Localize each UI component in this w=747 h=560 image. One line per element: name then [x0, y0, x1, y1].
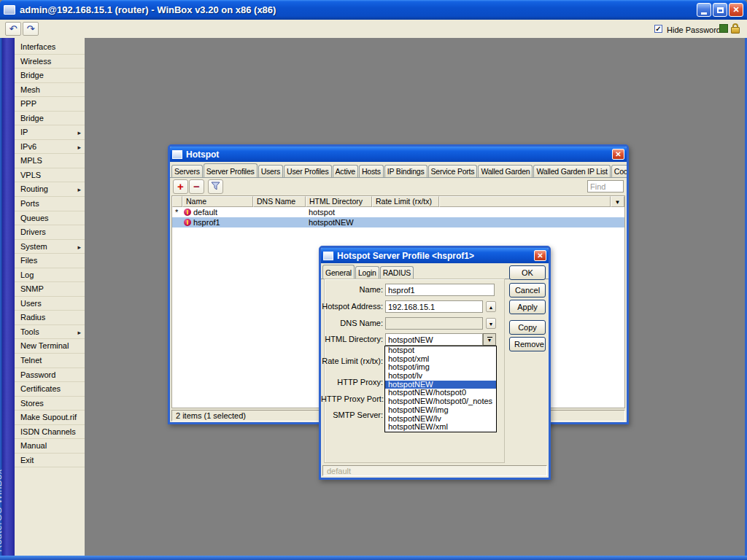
dialog-tab[interactable]: Login — [355, 266, 379, 279]
sidebar-item[interactable]: IP — [15, 125, 85, 140]
dialog-button[interactable]: Copy — [509, 320, 546, 335]
hotspot-tab[interactable]: Walled Garden — [478, 165, 533, 177]
sidebar-item[interactable]: Stores — [15, 397, 85, 411]
sidebar-item[interactable]: Certificates — [15, 382, 85, 397]
dropdown-option[interactable]: hotspot — [385, 346, 496, 355]
column-options-button[interactable] — [611, 196, 624, 207]
submenu-arrow-icon — [77, 327, 81, 336]
dropdown-toggle-button[interactable] — [483, 333, 496, 346]
dialog-tab[interactable]: General — [322, 265, 355, 279]
hotspot-tab[interactable]: Active — [333, 165, 358, 177]
dialog-button[interactable]: OK — [509, 265, 546, 280]
sidebar-item[interactable]: System — [15, 240, 85, 254]
sidebar-item[interactable]: Tools — [15, 325, 85, 340]
dropdown-option[interactable]: hotspotNEW/img — [385, 406, 496, 415]
sidebar-item[interactable]: Users — [15, 297, 85, 311]
table-row[interactable]: hsprof1 hotspotNEW — [172, 217, 624, 228]
hotspot-tab[interactable]: Hosts — [359, 165, 384, 177]
sidebar-item[interactable]: Interfaces — [15, 40, 85, 55]
dropdown-option[interactable]: hotspot/lv — [385, 372, 496, 381]
window-icon — [323, 252, 333, 260]
find-input[interactable] — [587, 180, 624, 192]
sidebar-item[interactable]: MPLS — [15, 154, 85, 168]
dropdown-option[interactable]: hotspotNEW — [385, 381, 496, 389]
dropdown-option[interactable]: hotspotNEW/xml — [385, 423, 496, 432]
hotspot-tab[interactable]: Walled Garden IP List — [533, 165, 610, 177]
sidebar-item[interactable]: Ports — [15, 197, 85, 211]
dropdown-option[interactable]: hotspotNEW/hotspot0 — [385, 389, 496, 397]
sidebar-item[interactable]: Drivers — [15, 225, 85, 240]
hotspot-tab[interactable]: User Profiles — [284, 165, 332, 177]
sidebar-item[interactable]: Mesh — [15, 83, 85, 98]
dialog-titlebar[interactable]: Hotspot Server Profile <hsprof1> — [321, 248, 549, 263]
hotspot-tab[interactable]: Service Ports — [428, 165, 478, 177]
dialog-button[interactable]: Remove — [509, 337, 546, 351]
close-button[interactable] — [729, 3, 743, 17]
dropdown-option[interactable]: hotspotNEW/lv — [385, 415, 496, 424]
sidebar-item[interactable]: Exit — [15, 454, 85, 468]
column-header-html-directory[interactable]: HTML Directory — [306, 196, 372, 207]
sidebar-item[interactable]: Password — [15, 368, 85, 383]
sidebar-item[interactable]: Queues — [15, 211, 85, 226]
maximize-button[interactable] — [713, 3, 727, 17]
hotspot-tab[interactable]: Users — [258, 165, 283, 177]
dropdown-option[interactable]: hotspotNEW/hotspot0/_notes — [385, 397, 496, 406]
column-header-rate-limit[interactable]: Rate Limit (rx/tx) — [372, 196, 439, 207]
row-html-directory: hotspotNEW — [306, 217, 372, 228]
dropdown-option[interactable]: hotspot/xml — [385, 355, 496, 364]
sidebar-item[interactable]: PPP — [15, 97, 85, 112]
hotspot-tab[interactable]: Cookies — [611, 165, 627, 177]
lock-body — [731, 27, 740, 34]
sidebar-item[interactable]: Wireless — [15, 55, 85, 69]
sidebar-item[interactable]: Telnet — [15, 354, 85, 368]
dialog-button[interactable]: Cancel — [509, 283, 546, 298]
table-row[interactable]: * default hotspot — [172, 207, 624, 217]
hotspot-close-button[interactable] — [612, 149, 624, 160]
app-titlebar[interactable]: admin@192.168.15.1 (router) - WinBox v3.… — [0, 0, 747, 20]
sidebar-item-label: Users — [20, 299, 42, 308]
sidebar-item-label: Password — [20, 370, 55, 379]
minimize-button[interactable] — [697, 3, 711, 17]
sidebar-item[interactable]: Bridge — [15, 69, 85, 83]
sidebar-item-label: MPLS — [20, 156, 42, 165]
sidebar-item[interactable]: ISDN Channels — [15, 425, 85, 440]
dialog-tab[interactable]: RADIUS — [380, 266, 414, 279]
dns-name-input[interactable] — [385, 317, 483, 330]
hotspot-titlebar[interactable]: Hotspot — [170, 147, 627, 162]
filter-button[interactable] — [208, 179, 223, 194]
dialog-close-button[interactable] — [534, 250, 546, 261]
sidebar-item[interactable]: IPv6 — [15, 140, 85, 155]
undo-button[interactable] — [5, 22, 21, 36]
sidebar-item[interactable]: Log — [15, 268, 85, 283]
sidebar-item[interactable]: Routing — [15, 182, 85, 197]
column-header-dns-name[interactable]: DNS Name — [253, 196, 306, 207]
expand-arrow-button[interactable] — [486, 318, 496, 329]
hotspot-tab[interactable]: Servers — [171, 165, 203, 177]
app-icon — [4, 5, 15, 15]
redo-button[interactable] — [23, 22, 39, 36]
sidebar-item[interactable]: SNMP — [15, 282, 85, 297]
sidebar-item[interactable]: New Terminal — [15, 339, 85, 354]
column-header-flag[interactable] — [172, 196, 182, 207]
sidebar-item[interactable]: Files — [15, 254, 85, 268]
collapse-arrow-button[interactable] — [486, 301, 496, 312]
hotspot-address-input[interactable] — [385, 300, 483, 313]
maximize-icon — [717, 7, 724, 13]
html-directory-input[interactable] — [385, 333, 483, 346]
dropdown-option[interactable]: hotspot/img — [385, 363, 496, 372]
hotspot-tab[interactable]: IP Bindings — [384, 165, 427, 177]
row-dns-name — [253, 217, 306, 228]
name-input[interactable] — [385, 284, 495, 296]
hide-passwords-checkbox[interactable]: ✓ — [654, 25, 662, 33]
sidebar-item[interactable]: VPLS — [15, 168, 85, 183]
remove-button[interactable] — [189, 179, 204, 194]
add-button[interactable] — [173, 179, 188, 194]
hotspot-tab[interactable]: Server Profiles — [204, 163, 258, 178]
sidebar-item[interactable]: Manual — [15, 439, 85, 454]
sidebar-item[interactable]: Bridge — [15, 112, 85, 126]
sidebar-item[interactable]: Radius — [15, 311, 85, 325]
checkmark-icon: ✓ — [655, 25, 661, 33]
sidebar-item[interactable]: Make Supout.rif — [15, 411, 85, 425]
dialog-button[interactable]: Apply — [509, 300, 546, 314]
column-header-name[interactable]: Name — [182, 196, 253, 207]
